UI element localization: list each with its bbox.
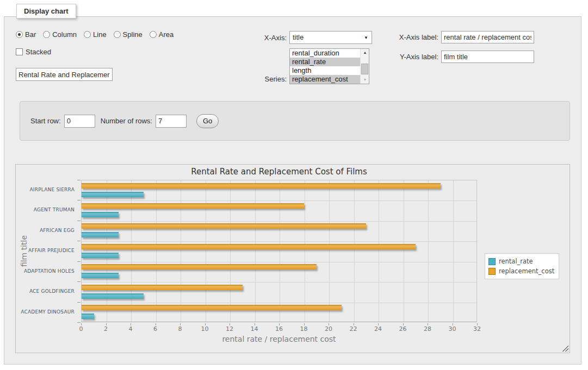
gridline-vertical [404, 180, 404, 322]
x-axis-title: rental rate / replacement cost [81, 335, 477, 343]
rental_rate-bar [82, 293, 144, 299]
legend-swatch [488, 258, 496, 265]
series-option-length[interactable]: length [290, 66, 360, 75]
y-tick-mark [77, 281, 81, 282]
go-button[interactable]: Go [196, 114, 219, 128]
x-tick-label: 28 [417, 325, 438, 333]
radio-label: Spline [123, 30, 143, 39]
x-tick-mark [180, 323, 181, 325]
x-tick-mark [131, 323, 131, 325]
x-tick-mark [428, 323, 428, 325]
y-axis-label-input[interactable] [441, 51, 534, 63]
x-tick-mark [403, 323, 404, 325]
x-tick-label: 6 [145, 325, 166, 333]
gridline-vertical [329, 180, 330, 322]
chart-title-input[interactable] [16, 68, 113, 81]
gridline-vertical [131, 180, 132, 322]
category-label: ACADEMY DINOSAUR [16, 302, 78, 322]
x-tick-label: 32 [466, 325, 488, 333]
scroll-down-icon[interactable]: ▼ [361, 76, 369, 84]
radio-label: Column [52, 30, 77, 39]
stacked-checkbox[interactable] [16, 48, 23, 55]
y-tick-mark [77, 200, 81, 200]
x-tick-mark [477, 323, 478, 325]
chart-type-radio-group: BarColumnLineSplineArea [16, 30, 174, 39]
x-tick-mark [106, 323, 107, 325]
x-tick-mark [329, 323, 329, 325]
radio-label: Line [93, 30, 107, 39]
x-tick-mark [230, 323, 230, 325]
gridline-vertical [230, 180, 231, 322]
series-option-rental_duration[interactable]: rental_duration [290, 49, 360, 58]
chart-title: Rental Rate and Replacement Cost of Film… [81, 167, 477, 177]
legend-swatch [488, 268, 496, 275]
y-axis-label-field-label: Y-Axis label: [375, 53, 438, 61]
y-tick-mark [77, 221, 81, 221]
chart-area: Rental Rate and Replacement Cost of Film… [15, 164, 570, 353]
resize-grip-icon[interactable] [562, 345, 568, 352]
radio-icon[interactable] [43, 31, 50, 38]
chart-type-radio-bar[interactable]: Bar [16, 30, 36, 39]
x-tick-mark [354, 323, 354, 325]
x-tick-label: 24 [367, 325, 389, 333]
x-tick-label: 2 [95, 325, 117, 333]
stacked-option[interactable]: Stacked [16, 48, 51, 56]
replacement_cost-bar [82, 264, 317, 269]
chart-type-radio-area[interactable]: Area [150, 30, 174, 39]
x-tick-label: 8 [169, 325, 191, 333]
x-tick-mark [378, 323, 379, 325]
gridline-vertical [181, 180, 181, 322]
x-tick-label: 26 [392, 325, 414, 333]
series-scrollbar[interactable]: ▲ ▼ [360, 49, 369, 84]
y-tick-mark [77, 180, 81, 180]
chart-type-radio-spline[interactable]: Spline [114, 30, 143, 39]
series-option-replacement_cost[interactable]: replacement_cost [290, 75, 360, 84]
gridline-vertical [453, 180, 454, 322]
gridline-vertical [156, 180, 157, 322]
x-axis-select-label: X-Axis: [228, 34, 287, 42]
gridline-vertical [379, 180, 379, 322]
chart-type-radio-column[interactable]: Column [43, 30, 77, 39]
series-option-rental_rate[interactable]: rental_rate [290, 58, 360, 66]
chart-legend: rental_ratereplacement_cost [485, 253, 559, 279]
x-tick-mark [279, 323, 280, 325]
x-tick-label: 20 [318, 325, 339, 333]
series-listbox[interactable]: rental_durationrental_ratelengthreplacem… [289, 48, 369, 84]
y-tick-mark [77, 302, 81, 303]
start-row-label: Start row: [30, 117, 61, 125]
radio-icon[interactable] [114, 31, 121, 38]
rental_rate-bar [82, 253, 119, 258]
x-tick-mark [156, 323, 156, 325]
gridline-vertical [107, 180, 107, 322]
gridline-horizontal [82, 303, 476, 303]
gridline-vertical [280, 180, 280, 322]
stacked-label: Stacked [26, 48, 51, 56]
num-rows-label: Number of rows: [101, 117, 152, 125]
display-chart-page: Display chart BarColumnLineSplineArea St… [0, 0, 588, 370]
num-rows-input[interactable] [156, 115, 187, 128]
gridline-vertical [428, 180, 429, 322]
radio-icon[interactable] [84, 31, 91, 38]
x-tick-mark [205, 323, 206, 325]
x-axis-label-input[interactable] [441, 31, 534, 43]
radio-icon[interactable] [16, 31, 23, 38]
legend-label: rental_rate [499, 258, 533, 265]
x-tick-mark [81, 323, 82, 325]
gridline-vertical [255, 180, 256, 322]
rental_rate-bar [82, 212, 119, 217]
x-axis-select[interactable]: title ▼ [289, 31, 372, 44]
legend-item: replacement_cost [488, 266, 554, 276]
start-row-input[interactable] [64, 115, 95, 128]
series-label: Series: [228, 75, 287, 83]
x-tick-label: 30 [442, 325, 463, 333]
x-tick-label: 10 [194, 325, 216, 333]
replacement_cost-bar [82, 244, 416, 249]
replacement_cost-bar [82, 285, 243, 290]
scrollbar-thumb[interactable] [361, 64, 368, 74]
radio-icon[interactable] [150, 31, 157, 38]
gridline-vertical [354, 180, 355, 322]
legend-label: replacement_cost [499, 267, 554, 275]
y-tick-mark [77, 261, 81, 262]
scroll-up-icon[interactable]: ▲ [361, 49, 369, 57]
chart-type-radio-line[interactable]: Line [84, 30, 107, 39]
